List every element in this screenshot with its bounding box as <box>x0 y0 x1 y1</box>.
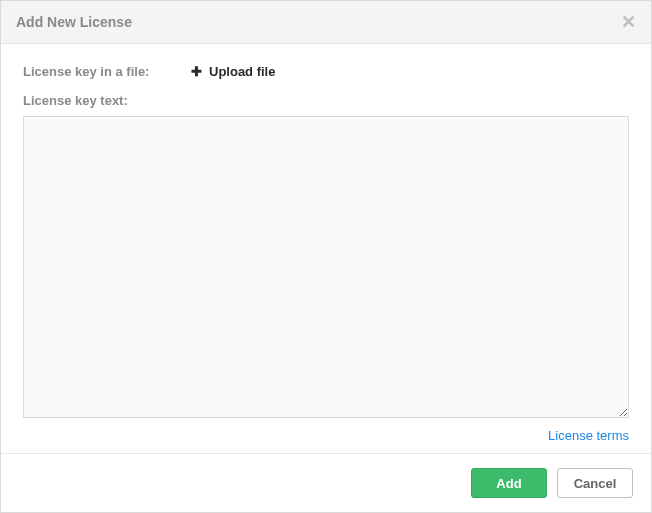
plus-icon: ✚ <box>191 65 202 78</box>
terms-row: License terms <box>23 428 629 443</box>
close-icon[interactable]: ✕ <box>621 13 636 31</box>
license-terms-link[interactable]: License terms <box>548 428 629 443</box>
dialog-footer: Add Cancel <box>1 453 651 512</box>
upload-file-label: Upload file <box>209 64 275 79</box>
add-license-dialog: Add New License ✕ License key in a file:… <box>0 0 652 513</box>
cancel-button[interactable]: Cancel <box>557 468 633 498</box>
license-key-textarea[interactable] <box>23 116 629 418</box>
file-label: License key in a file: <box>23 64 191 79</box>
add-button[interactable]: Add <box>471 468 547 498</box>
file-row: License key in a file: ✚ Upload file <box>23 64 629 79</box>
dialog-body: License key in a file: ✚ Upload file Lic… <box>1 44 651 453</box>
dialog-header: Add New License ✕ <box>1 1 651 44</box>
text-label: License key text: <box>23 93 629 108</box>
upload-file-button[interactable]: ✚ Upload file <box>191 64 275 79</box>
dialog-title: Add New License <box>16 14 132 30</box>
